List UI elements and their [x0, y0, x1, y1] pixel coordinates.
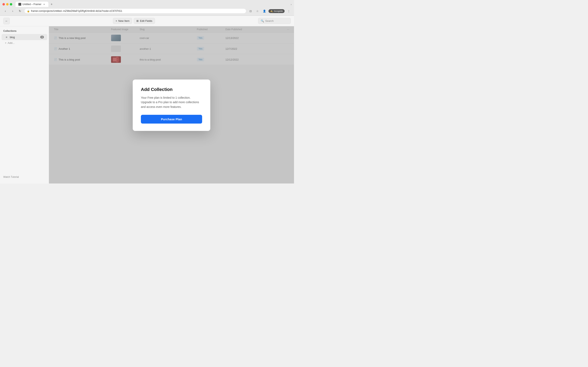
app-toolbar: ← + New Item ⊞ Edit Fields 🔍 Search — [0, 16, 294, 26]
window-maximize-btn[interactable] — [10, 3, 12, 6]
sidebar-add-collection[interactable]: + Add... — [2, 40, 47, 46]
incognito-badge[interactable]: 🕵 Incognito — [268, 9, 285, 13]
edit-fields-label: Edit Fields — [140, 19, 152, 22]
sidebar-section-title: Collections — [0, 30, 49, 34]
nav-back-btn[interactable]: ‹ — [2, 8, 8, 14]
browser-chrome: Untitled – Framer ✕ + › ‹ › ↻ 🔒 framer.c… — [0, 0, 294, 16]
profile-icon[interactable]: 👤 — [261, 8, 267, 14]
watch-tutorial-link[interactable]: Watch Tutorial — [3, 175, 45, 178]
new-tab-btn[interactable]: + — [49, 2, 54, 7]
address-bar[interactable]: 🔒 framer.com/projects/Untitled--mZ98oDWa… — [25, 9, 246, 13]
menu-icon[interactable]: ⋮ — [286, 8, 292, 14]
tab-title: Untitled – Framer — [22, 3, 42, 6]
purchase-plan-button[interactable]: Purchase Plan — [141, 115, 202, 124]
main-content: Collections ≡ blog 3 + Add... Watch Tuto… — [0, 26, 294, 184]
edit-fields-icon: ⊞ — [136, 19, 139, 22]
new-item-icon: + — [116, 19, 117, 22]
browser-actions: ⊡ ☆ 👤 🕵 Incognito ⋮ — [248, 8, 292, 14]
modal-title: Add Collection — [141, 87, 202, 92]
search-box[interactable]: 🔍 Search — [258, 18, 291, 24]
browser-addressbar: ‹ › ↻ 🔒 framer.com/projects/Untitled--mZ… — [0, 7, 294, 16]
add-collection-modal: Add Collection Your Free plan is limited… — [133, 80, 210, 131]
modal-description: Your Free plan is limited to 1 collectio… — [141, 95, 202, 109]
sidebar-footer: Watch Tutorial — [0, 173, 49, 181]
sidebar-item-blog[interactable]: ≡ blog 3 — [2, 34, 47, 40]
sidebar-badge-blog: 3 — [40, 36, 44, 39]
content-area: Title Featured Image Slug Published Date… — [49, 26, 294, 184]
search-placeholder: Search — [265, 19, 274, 22]
incognito-icon: 🕵 — [270, 10, 273, 12]
bookmark-icon[interactable]: ☆ — [255, 8, 260, 14]
cast-icon[interactable]: ⊡ — [248, 8, 253, 14]
window-controls — [2, 3, 12, 6]
tab-close-btn[interactable]: ✕ — [43, 3, 45, 6]
address-url: framer.com/projects/Untitled--mZ98oDWaPJ… — [31, 9, 243, 12]
sidebar-item-label-blog: blog — [10, 36, 39, 39]
window-close-btn[interactable] — [2, 3, 5, 6]
edit-fields-button[interactable]: ⊞ Edit Fields — [134, 18, 155, 24]
tab-bar: Untitled – Framer ✕ + — [16, 2, 54, 7]
modal-overlay: Add Collection Your Free plan is limited… — [49, 26, 294, 184]
collection-icon: ≡ — [5, 35, 8, 39]
browser-titlebar: Untitled – Framer ✕ + › — [0, 0, 294, 7]
search-icon: 🔍 — [261, 19, 264, 22]
sidebar-add-icon: + — [5, 42, 7, 44]
new-item-label: New Item — [118, 19, 130, 22]
incognito-label: Incognito — [274, 10, 283, 12]
sidebar-add-label: Add... — [8, 42, 15, 44]
tab-favicon — [18, 3, 21, 6]
nav-forward-btn[interactable]: › — [10, 8, 16, 14]
back-button[interactable]: ← — [3, 18, 10, 24]
active-tab[interactable]: Untitled – Framer ✕ — [16, 2, 48, 7]
lock-icon: 🔒 — [27, 10, 30, 12]
new-item-button[interactable]: + New Item — [113, 18, 132, 24]
window-minimize-btn[interactable] — [6, 3, 9, 6]
nav-refresh-btn[interactable]: ↻ — [17, 8, 23, 14]
sidebar: Collections ≡ blog 3 + Add... Watch Tuto… — [0, 26, 49, 184]
app-container: ← + New Item ⊞ Edit Fields 🔍 Search Coll… — [0, 16, 294, 184]
